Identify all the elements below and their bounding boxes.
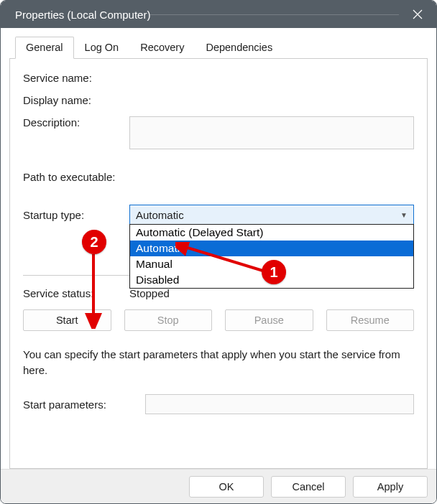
tab-strip: General Log On Recovery Dependencies [15, 37, 429, 58]
tab-dependencies[interactable]: Dependencies [195, 37, 283, 58]
apply-button[interactable]: Apply [353, 476, 428, 498]
window-title: Properties (Local Computer) [15, 9, 150, 21]
hint-text: You can specify the start parameters tha… [23, 347, 414, 378]
dialog-footer: OK Cancel Apply [1, 469, 436, 503]
chevron-down-icon: ▼ [400, 211, 408, 219]
option-automatic[interactable]: Automatic [130, 241, 413, 256]
description-field[interactable] [129, 116, 414, 149]
tab-recovery[interactable]: Recovery [129, 37, 195, 58]
start-parameters-field[interactable] [145, 394, 414, 414]
tab-general[interactable]: General [15, 37, 74, 59]
label-display-name: Display name: [23, 94, 129, 106]
label-startup-type: Startup type: [23, 209, 129, 221]
pause-button[interactable]: Pause [225, 309, 313, 331]
stop-button[interactable]: Stop [124, 309, 213, 331]
cancel-button[interactable]: Cancel [271, 476, 346, 498]
label-start-parameters: Start parameters: [23, 398, 145, 411]
ok-button[interactable]: OK [189, 476, 264, 498]
resume-button[interactable]: Resume [326, 309, 415, 331]
label-description: Description: [23, 116, 129, 129]
startup-type-combo[interactable]: Automatic ▼ Automatic (Delayed Start) Au… [129, 205, 414, 225]
close-button[interactable] [399, 1, 436, 28]
option-automatic-delayed[interactable]: Automatic (Delayed Start) [130, 225, 413, 241]
annotation-badge-1: 1 [262, 260, 286, 284]
label-service-name: Service name: [23, 72, 129, 84]
label-path: Path to executable: [23, 171, 115, 183]
start-button[interactable]: Start [23, 309, 111, 331]
annotation-badge-2: 2 [82, 230, 106, 254]
titlebar: Properties (Local Computer) [1, 1, 436, 28]
general-panel: Service name: Display name: Description:… [9, 58, 428, 469]
startup-selected-value: Automatic [136, 209, 184, 221]
service-status-value: Stopped [129, 287, 170, 299]
properties-window: Properties (Local Computer) General Log … [0, 0, 437, 504]
close-icon [413, 9, 423, 19]
dialog-body: General Log On Recovery Dependencies Ser… [1, 28, 436, 469]
label-service-status: Service status: [23, 287, 129, 299]
tab-log-on[interactable]: Log On [74, 37, 130, 58]
